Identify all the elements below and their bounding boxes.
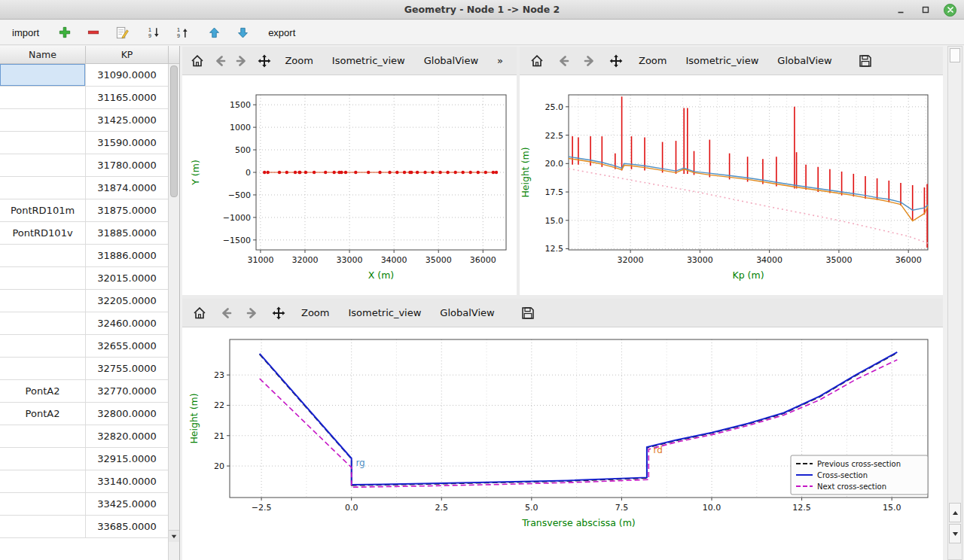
cell-kp[interactable]: 31885.0000 <box>86 222 169 244</box>
table-row[interactable]: 32820.0000 <box>0 425 169 448</box>
forward-button[interactable] <box>233 50 252 72</box>
table-row[interactable]: PontRD101v31885.0000 <box>0 222 169 245</box>
cell-kp[interactable]: 32755.0000 <box>86 358 169 379</box>
table-row[interactable]: 32655.0000 <box>0 335 169 358</box>
column-header-kp[interactable]: KP <box>86 46 169 63</box>
move-up-button[interactable] <box>205 23 223 41</box>
home-button[interactable] <box>526 50 548 72</box>
cell-kp[interactable]: 32015.0000 <box>86 267 169 289</box>
global-view-button[interactable]: GlobalView <box>770 50 839 72</box>
table-row[interactable]: 31590.0000 <box>0 132 169 154</box>
cell-kp[interactable]: 31090.0000 <box>86 64 169 86</box>
table-row[interactable]: 31886.0000 <box>0 245 169 267</box>
back-button[interactable] <box>215 302 237 324</box>
cell-name[interactable] <box>0 448 86 470</box>
cell-name[interactable] <box>0 87 86 108</box>
cell-kp[interactable]: 31780.0000 <box>86 154 169 176</box>
table-row[interactable]: PontA232800.0000 <box>0 403 169 425</box>
remove-row-button[interactable] <box>84 23 102 41</box>
table-row[interactable]: 32755.0000 <box>0 358 169 380</box>
cell-name[interactable] <box>0 245 86 266</box>
table-row[interactable]: 32460.0000 <box>0 312 169 335</box>
cell-name[interactable] <box>0 64 86 86</box>
cell-kp[interactable]: 32460.0000 <box>86 312 169 334</box>
sort-descending-button[interactable] <box>145 23 163 41</box>
cell-name[interactable] <box>0 267 86 289</box>
isometric-view-button[interactable]: Isometric_view <box>340 302 429 324</box>
cell-name[interactable] <box>0 109 86 131</box>
table-row[interactable]: 33685.0000 <box>0 516 169 538</box>
cell-name[interactable]: PontRD101m <box>0 199 86 221</box>
pan-button[interactable] <box>255 50 274 72</box>
close-button[interactable] <box>944 4 956 17</box>
cell-name[interactable] <box>0 290 86 312</box>
cell-name[interactable]: PontRD101v <box>0 222 86 244</box>
zoom-button[interactable]: Zoom <box>277 50 320 72</box>
edit-button[interactable] <box>113 23 131 41</box>
sort-ascending-button[interactable] <box>173 23 191 41</box>
table-row[interactable]: 32015.0000 <box>0 267 169 290</box>
longitudinal-profile-chart[interactable]: 320003300034000350003600012.515.017.520.… <box>520 75 941 295</box>
zoom-button[interactable]: Zoom <box>294 302 337 324</box>
window-scrollbar[interactable] <box>947 46 962 560</box>
cell-kp[interactable]: 32205.0000 <box>86 290 169 312</box>
global-view-button[interactable]: GlobalView <box>416 50 486 72</box>
scroll-up-button[interactable] <box>949 503 961 522</box>
table-scrollbar[interactable] <box>168 64 179 560</box>
cell-kp[interactable]: 31165.0000 <box>86 87 169 108</box>
cell-kp[interactable]: 32655.0000 <box>86 335 169 357</box>
table-row[interactable]: 31874.0000 <box>0 177 169 199</box>
table-scrollbar-thumb[interactable] <box>170 65 178 197</box>
cell-kp[interactable]: 32915.0000 <box>86 448 169 470</box>
plan-view-chart[interactable]: 310003200033000340003500036000−1500−1000… <box>182 75 517 295</box>
cell-kp[interactable]: 32800.0000 <box>86 403 169 425</box>
table-row[interactable]: PontA232770.0000 <box>0 380 169 403</box>
isometric-view-button[interactable]: Isometric_view <box>678 50 766 72</box>
cell-kp[interactable]: 31425.0000 <box>86 109 169 131</box>
scroll-down-button[interactable] <box>949 524 961 543</box>
cell-name[interactable]: PontA2 <box>0 380 86 402</box>
cell-kp[interactable]: 31886.0000 <box>86 245 169 266</box>
back-button[interactable] <box>552 50 575 72</box>
table-scroll-down-button[interactable] <box>169 530 179 542</box>
cell-kp[interactable]: 31875.0000 <box>86 199 169 221</box>
cell-name[interactable] <box>0 516 86 537</box>
cell-kp[interactable]: 31590.0000 <box>86 132 169 154</box>
cell-kp[interactable]: 32820.0000 <box>86 425 169 447</box>
minimize-button[interactable] <box>894 3 908 17</box>
home-button[interactable] <box>188 302 211 324</box>
move-down-button[interactable] <box>233 23 252 41</box>
window-scrollbar-thumb[interactable] <box>950 48 960 62</box>
export-button[interactable]: export <box>265 23 298 41</box>
table-row[interactable]: 32915.0000 <box>0 448 169 470</box>
cell-name[interactable] <box>0 425 86 447</box>
home-button[interactable] <box>188 50 207 72</box>
cell-name[interactable] <box>0 132 86 154</box>
column-header-name[interactable]: Name <box>0 46 86 63</box>
forward-button[interactable] <box>241 302 264 324</box>
cell-name[interactable] <box>0 358 86 379</box>
cell-name[interactable] <box>0 154 86 176</box>
table-row[interactable]: 33140.0000 <box>0 470 169 493</box>
zoom-button[interactable]: Zoom <box>631 50 674 72</box>
isometric-view-button[interactable]: Isometric_view <box>325 50 413 72</box>
cell-name[interactable] <box>0 470 86 492</box>
cell-name[interactable] <box>0 312 86 334</box>
cell-name[interactable] <box>0 493 86 515</box>
table-row[interactable]: 33425.0000 <box>0 493 169 516</box>
cell-name[interactable] <box>0 335 86 357</box>
cell-name[interactable]: PontA2 <box>0 403 86 425</box>
cell-kp[interactable]: 31874.0000 <box>86 177 169 199</box>
pan-button[interactable] <box>605 50 627 72</box>
cell-kp[interactable]: 33685.0000 <box>86 516 169 537</box>
forward-button[interactable] <box>578 50 601 72</box>
save-button[interactable] <box>517 302 539 324</box>
global-view-button[interactable]: GlobalView <box>432 302 502 324</box>
table-row[interactable]: 31425.0000 <box>0 109 169 132</box>
table-row[interactable]: 31090.0000 <box>0 64 169 87</box>
toolbar-overflow-button[interactable]: » <box>490 50 511 72</box>
import-button[interactable]: import <box>9 23 42 41</box>
save-button[interactable] <box>854 50 877 72</box>
pan-button[interactable] <box>267 302 290 324</box>
cell-kp[interactable]: 33425.0000 <box>86 493 169 515</box>
